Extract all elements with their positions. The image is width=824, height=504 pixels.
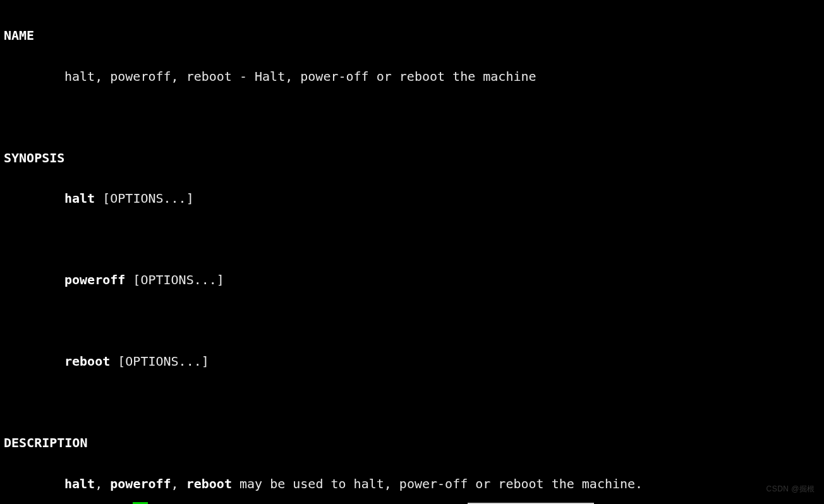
desc-cmd: halt <box>64 476 95 491</box>
manpage-content: NAME halt, poweroff, reboot - Halt, powe… <box>0 0 824 504</box>
desc-sep: , <box>171 476 186 491</box>
synopsis-args: [OPTIONS...] <box>95 191 194 206</box>
section-heading-synopsis: SYNOPSIS <box>4 150 64 165</box>
desc-cmd: poweroff <box>110 476 171 491</box>
desc-cmd: reboot <box>186 476 232 491</box>
section-heading-description: DESCRIPTION <box>4 435 87 450</box>
desc-rest: may be used to halt, power-off or reboot… <box>232 476 643 491</box>
synopsis-cmd: reboot <box>64 354 110 369</box>
name-text: halt, poweroff, reboot - Halt, power-off… <box>4 69 536 84</box>
synopsis-cmd: poweroff <box>64 272 125 287</box>
section-heading-name: NAME <box>4 28 34 43</box>
watermark-text: CSDN @掘根 <box>766 483 815 495</box>
synopsis-cmd: halt <box>64 191 95 206</box>
synopsis-args: [OPTIONS...] <box>110 354 209 369</box>
synopsis-args: [OPTIONS...] <box>125 272 224 287</box>
desc-sep: , <box>95 476 110 491</box>
